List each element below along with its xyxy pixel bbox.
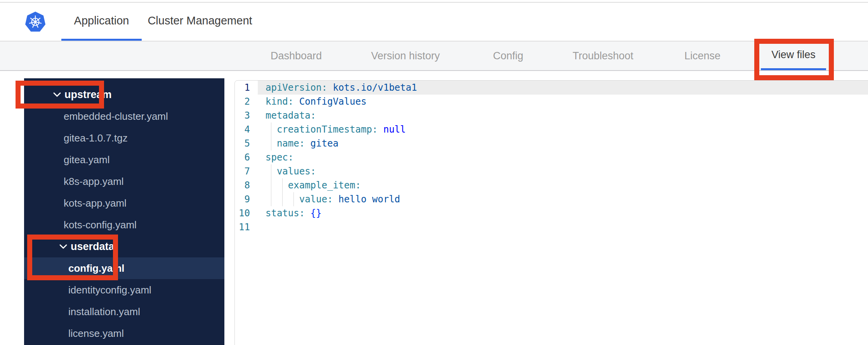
tree-file-installation.yaml[interactable]: installation.yaml bbox=[24, 301, 224, 323]
tree-folder-upstream[interactable]: upstream bbox=[24, 84, 224, 105]
tree-folder-userdata[interactable]: userdata bbox=[24, 236, 224, 257]
indent-guide bbox=[293, 192, 294, 206]
tree-item-label: userdata bbox=[71, 241, 115, 253]
tab-license[interactable]: License bbox=[684, 41, 720, 70]
tab-troubleshoot[interactable]: Troubleshoot bbox=[573, 41, 634, 70]
code-text: spec: bbox=[258, 150, 868, 164]
line-number: 11 bbox=[235, 220, 250, 234]
tab-version-history-label: Version history bbox=[371, 50, 440, 62]
tree-file-kots-config.yaml[interactable]: kots-config.yaml bbox=[24, 214, 224, 236]
code-line-3[interactable]: 3metadata: bbox=[235, 109, 868, 122]
code-editor[interactable]: 1apiVersion: kots.io/v1beta12kind: Confi… bbox=[234, 80, 868, 345]
code-text: creationTimestamp: null bbox=[258, 122, 868, 136]
code-text: example_item: bbox=[258, 178, 868, 192]
indent-guide bbox=[271, 136, 271, 150]
line-number: 7 bbox=[235, 164, 250, 178]
tree-item-label: upstream bbox=[64, 89, 112, 101]
tree-file-k8s-app.yaml[interactable]: k8s-app.yaml bbox=[24, 171, 224, 192]
tree-item-label: embedded-cluster.yaml bbox=[64, 110, 168, 122]
tree-file-identityconfig.yaml[interactable]: identityconfig.yaml bbox=[24, 279, 224, 301]
tab-config-label: Config bbox=[493, 50, 523, 62]
chevron-down-icon bbox=[53, 92, 61, 97]
code-text: kind: ConfigValues bbox=[258, 95, 868, 109]
indent-guide bbox=[271, 178, 271, 192]
line-number: 4 bbox=[235, 122, 250, 136]
tree-item-label: kots-app.yaml bbox=[64, 197, 127, 209]
tab-version-history[interactable]: Version history bbox=[371, 41, 440, 70]
code-text: metadata: bbox=[258, 109, 868, 122]
code-line-5[interactable]: 5 name: gitea bbox=[235, 136, 868, 150]
tree-item-label: license.yaml bbox=[68, 328, 124, 340]
line-number: 2 bbox=[235, 95, 250, 109]
code-text: status: {} bbox=[258, 206, 868, 220]
tree-file-embedded-cluster.yaml[interactable]: embedded-cluster.yaml bbox=[24, 105, 224, 127]
code-text: value: hello world bbox=[258, 192, 868, 206]
line-number: 10 bbox=[235, 206, 250, 220]
tree-item-label: gitea-1.0.7.tgz bbox=[64, 132, 128, 144]
line-number: 6 bbox=[235, 150, 250, 164]
kubernetes-logo-icon bbox=[25, 11, 46, 33]
chevron-down-icon bbox=[59, 244, 68, 249]
indent-guide bbox=[282, 178, 283, 192]
code-text bbox=[258, 220, 868, 234]
tab-dashboard[interactable]: Dashboard bbox=[271, 41, 322, 70]
code-line-11[interactable]: 11 bbox=[235, 220, 868, 234]
line-number: 3 bbox=[235, 109, 250, 122]
tab-application[interactable]: Application bbox=[61, 3, 142, 41]
code-line-9[interactable]: 9 value: hello world bbox=[235, 192, 868, 206]
code-text: apiVersion: kots.io/v1beta1 bbox=[258, 81, 868, 95]
code-line-1[interactable]: 1apiVersion: kots.io/v1beta1 bbox=[235, 81, 868, 95]
tree-file-kots-app.yaml[interactable]: kots-app.yaml bbox=[24, 192, 224, 214]
tree-file-license.yaml[interactable]: license.yaml bbox=[24, 323, 224, 344]
tree-item-label: kots-config.yaml bbox=[64, 219, 137, 231]
code-line-8[interactable]: 8 example_item: bbox=[235, 178, 868, 192]
code-line-4[interactable]: 4 creationTimestamp: null bbox=[235, 122, 868, 136]
tree-item-label: gitea.yaml bbox=[64, 154, 110, 166]
code-text: name: gitea bbox=[258, 136, 868, 150]
code-line-10[interactable]: 10status: {} bbox=[235, 206, 868, 220]
tree-file-gitea.yaml[interactable]: gitea.yaml bbox=[24, 149, 224, 171]
file-tree: upstreamembedded-cluster.yamlgitea-1.0.7… bbox=[24, 78, 224, 345]
line-number: 5 bbox=[235, 136, 250, 150]
line-number: 1 bbox=[235, 81, 250, 95]
tab-view-files[interactable]: View files bbox=[761, 41, 826, 70]
code-line-2[interactable]: 2kind: ConfigValues bbox=[235, 95, 868, 109]
tab-config[interactable]: Config bbox=[493, 41, 523, 70]
app-subnav: Dashboard Version history Config Trouble… bbox=[0, 41, 868, 71]
tree-item-label: identityconfig.yaml bbox=[68, 284, 151, 296]
code-line-7[interactable]: 7 values: bbox=[235, 164, 868, 178]
code-line-6[interactable]: 6spec: bbox=[235, 150, 868, 164]
indent-guide bbox=[282, 192, 283, 206]
tree-item-label: config.yaml bbox=[68, 262, 124, 274]
tab-view-files-label: View files bbox=[771, 49, 816, 61]
tree-file-gitea-1.0.7.tgz[interactable]: gitea-1.0.7.tgz bbox=[24, 127, 224, 149]
indent-guide bbox=[271, 192, 271, 206]
tab-application-label: Application bbox=[74, 14, 129, 27]
app-header: Application Cluster Management bbox=[0, 3, 868, 41]
tree-item-label: k8s-app.yaml bbox=[64, 176, 124, 188]
tab-cluster-management-label: Cluster Management bbox=[148, 14, 252, 27]
tab-cluster-management[interactable]: Cluster Management bbox=[142, 3, 258, 41]
tree-file-config.yaml[interactable]: config.yaml bbox=[24, 257, 224, 279]
tab-license-label: License bbox=[684, 50, 720, 62]
indent-guide bbox=[271, 164, 271, 178]
tab-troubleshoot-label: Troubleshoot bbox=[573, 50, 634, 62]
code-text: values: bbox=[258, 164, 868, 178]
indent-guide bbox=[271, 122, 271, 136]
line-number: 8 bbox=[235, 178, 250, 192]
line-number: 9 bbox=[235, 192, 250, 206]
tree-item-label: installation.yaml bbox=[68, 306, 140, 318]
tab-dashboard-label: Dashboard bbox=[271, 50, 322, 62]
